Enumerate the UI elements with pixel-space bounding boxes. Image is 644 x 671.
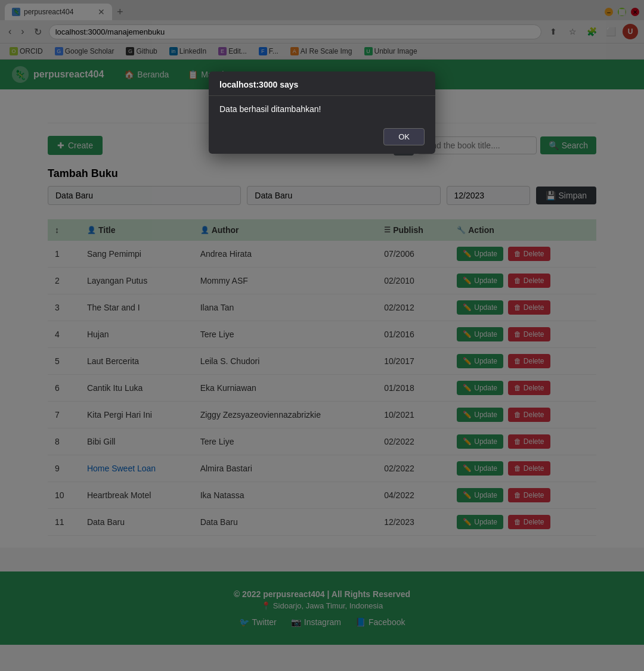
dialog-footer: OK — [209, 122, 435, 154]
dialog-box: localhost:3000 says Data berhasil ditamb… — [209, 72, 435, 154]
dialog-ok-button[interactable]: OK — [383, 128, 425, 145]
dialog-overlay: localhost:3000 says Data berhasil ditamb… — [0, 0, 644, 645]
dialog-message: Data berhasil ditambahkan! — [209, 96, 435, 122]
dialog-title: localhost:3000 says — [209, 72, 435, 96]
